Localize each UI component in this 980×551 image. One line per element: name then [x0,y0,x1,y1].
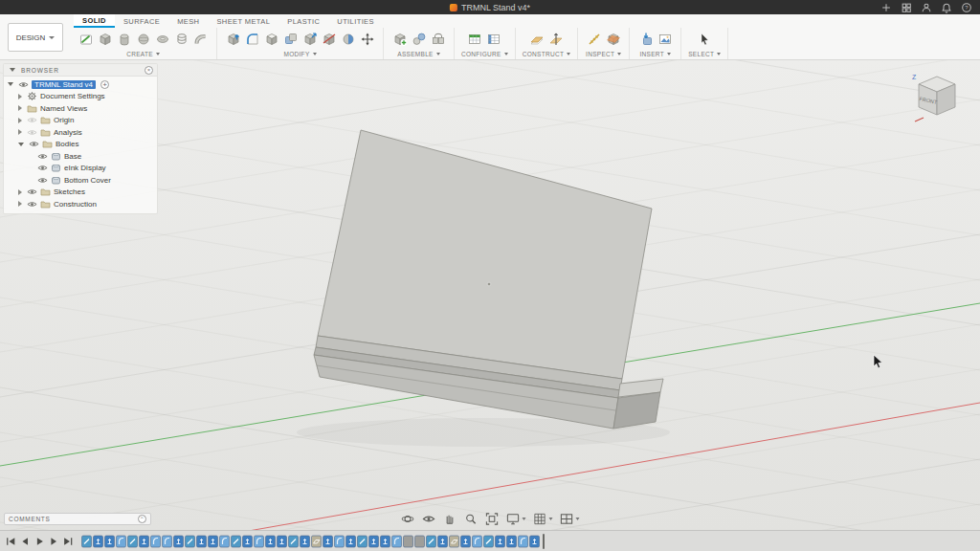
visibility-eye-icon[interactable] [27,128,37,137]
timeline-feature-fillet-13[interactable] [219,535,230,548]
comments-expand-icon[interactable]: ⌃ [138,515,146,523]
move-icon[interactable] [358,30,376,48]
pan-icon[interactable] [443,512,457,526]
expander-closed-icon[interactable] [18,189,22,195]
browser-item-analysis[interactable]: Analysis [4,126,157,139]
timeline-feature-extrude-40[interactable] [529,535,540,548]
timeline-feature-plane-33[interactable] [449,535,459,548]
timeline-feature-extrude-20[interactable] [300,535,310,548]
timeline-playhead[interactable] [543,534,545,549]
torus-icon[interactable] [153,30,171,48]
timeline-feature-extrude-17[interactable] [265,535,276,548]
toolbar-group-label-construct[interactable]: CONSTRUCT [523,51,571,57]
timeline-feature-plane-21[interactable] [311,535,322,548]
timeline-feature-fillet-23[interactable] [334,535,345,548]
zoom-icon[interactable] [464,512,479,526]
grid-settings-icon[interactable] [533,512,553,526]
circle-plus-icon[interactable]: + [100,80,109,89]
browser-item-document-settings[interactable]: Document Settings [4,91,157,103]
rigid-group-icon[interactable] [429,30,447,48]
toolbar-group-label-inspect[interactable]: INSPECT [586,51,621,57]
box-icon[interactable] [96,30,114,48]
visibility-eye-icon[interactable] [29,140,39,148]
layout-grid-icon[interactable] [901,2,912,13]
comments-panel[interactable]: COMMENTS ⌃ [4,513,151,525]
configuration-table-icon[interactable] [485,30,503,48]
notifications-icon[interactable] [941,2,952,13]
viewports-icon[interactable] [560,512,580,526]
visibility-eye-icon[interactable] [27,187,37,196]
design-menu-button[interactable]: DESIGN [8,23,63,52]
timeline-feature-extrude-12[interactable] [208,535,218,548]
user-icon[interactable] [921,2,932,13]
timeline-feature-extrude-11[interactable] [196,535,207,548]
timeline-feature-extrude-34[interactable] [460,535,471,548]
toolbar-group-label-assemble[interactable]: ASSEMBLE [397,51,439,57]
timeline-feature-gray-30[interactable] [414,535,425,548]
browser-item-named-views[interactable]: Named Views [4,102,157,115]
combine-icon[interactable] [281,30,300,48]
tab-sheet-metal[interactable]: SHEET METAL [208,14,278,28]
browser-item-eink-display[interactable]: eInk Display [4,163,157,175]
toolbar-group-label-modify[interactable]: MODIFY [283,51,316,57]
offset-plane-icon[interactable] [527,30,546,48]
press-pull-icon[interactable] [224,30,242,48]
browser-item-bodies[interactable]: Bodies [4,139,157,151]
timeline-skip-to-end-button[interactable] [61,535,75,548]
timeline-feature-extrude-9[interactable] [173,535,184,548]
timeline-feature-sketch-19[interactable] [288,535,299,548]
expander-closed-icon[interactable] [18,105,22,111]
tab-mesh[interactable]: MESH [168,14,208,28]
timeline-feature-sketch-31[interactable] [426,535,436,548]
new-component-icon[interactable] [390,30,409,48]
timeline-skip-to-start-button[interactable] [4,535,17,548]
timeline-feature-sketch-14[interactable] [231,535,241,548]
expander-closed-icon[interactable] [18,201,22,207]
timeline-step-forward-button[interactable] [47,535,60,548]
toolbar-group-label-configure[interactable]: CONFIGURE [461,51,508,57]
fit-icon[interactable] [485,512,500,526]
timeline-feature-extrude-27[interactable] [380,535,390,548]
fillet-icon[interactable] [243,30,261,48]
measure-icon[interactable] [585,30,603,48]
timeline-feature-extrude-3[interactable] [104,535,115,548]
timeline-feature-extrude-6[interactable] [139,535,149,548]
browser-item-bottom-cover[interactable]: Bottom Cover [4,174,157,187]
browser-item-trmnl-stand-v4[interactable]: TRMNL Stand v4+ [4,78,157,91]
browser-item-sketches[interactable]: Sketches [4,187,157,199]
section-analysis-icon[interactable] [604,30,622,48]
timeline-play-button[interactable] [33,535,46,548]
timeline-feature-extrude-24[interactable] [345,535,356,548]
expander-closed-icon[interactable] [18,129,22,135]
timeline-feature-extrude-2[interactable] [93,535,103,548]
pipe-icon[interactable] [191,30,210,48]
toolbar-group-label-create[interactable]: CREATE [126,51,160,57]
help-icon[interactable]: ? [961,2,972,13]
insert-canvas-icon[interactable] [656,30,674,48]
display-settings-icon[interactable] [506,512,526,526]
sphere-icon[interactable] [134,30,152,48]
timeline-feature-extrude-22[interactable] [323,535,333,548]
timeline-feature-sketch-36[interactable] [483,535,494,548]
timeline-feature-extrude-15[interactable] [242,535,253,548]
toolbar-group-label-insert[interactable]: INSERT [639,51,671,57]
expander-open-icon[interactable] [8,82,13,86]
visibility-eye-icon[interactable] [18,80,29,89]
browser-close-icon[interactable]: × [145,66,153,75]
tab-surface[interactable]: SURFACE [115,14,168,28]
timeline-feature-fillet-8[interactable] [162,535,172,548]
coil-icon[interactable] [172,30,190,48]
tab-utilities[interactable]: UTILITIES [328,14,383,28]
timeline-feature-fillet-4[interactable] [116,535,126,548]
timeline-feature-fillet-16[interactable] [254,535,264,548]
browser-item-origin[interactable]: Origin [4,115,157,127]
toolbar-group-label-select[interactable]: SELECT [688,51,721,57]
timeline-feature-extrude-38[interactable] [506,535,517,548]
timeline-feature-extrude-18[interactable] [277,535,287,548]
browser-item-construction[interactable]: Construction [4,198,157,210]
tab-plastic[interactable]: PLASTIC [278,14,328,28]
add-icon[interactable] [880,2,892,13]
expander-open-icon[interactable] [18,143,24,146]
construction-axis-icon[interactable] [546,30,565,48]
browser-collapse-icon[interactable] [10,68,15,72]
